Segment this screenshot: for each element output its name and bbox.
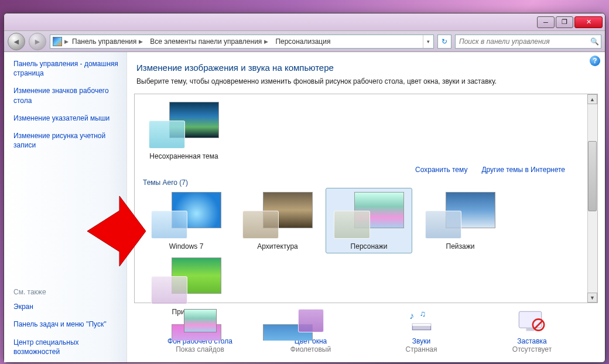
sidebar-link-account-picture[interactable]: Изменение рисунка учетной записи — [13, 131, 121, 150]
page-title: Изменение изображения и звука на компьют… — [136, 63, 596, 73]
sidebar-link-mouse-pointers[interactable]: Изменение указателей мыши — [13, 114, 121, 123]
close-button[interactable]: ✕ — [574, 16, 603, 28]
glass-thumb — [151, 211, 187, 239]
scroll-down[interactable]: ▼ — [587, 293, 597, 303]
theme-label: Архитектура — [236, 242, 319, 250]
chevron-right-icon: ▶ — [64, 39, 69, 44]
personalization-window: ─ ❐ ✕ ◄ ► ▶ Панель управления ▶ Все элем… — [4, 13, 605, 363]
sidebar-link-home[interactable]: Панель управления - домашняя страница — [13, 59, 121, 78]
glass-thumb — [334, 211, 370, 239]
more-themes-online-link[interactable]: Другие темы в Интернете — [481, 166, 565, 174]
titlebar: ─ ❐ ✕ — [4, 13, 605, 31]
back-button[interactable]: ◄ — [8, 33, 25, 50]
sidebar-link-desktop-icons[interactable]: Изменение значков рабочего стола — [13, 86, 121, 105]
search-box[interactable]: 🔍 — [455, 35, 601, 49]
sidebar: Панель управления - домашняя страница Из… — [4, 52, 127, 362]
theme-Windows 7[interactable]: Windows 7 — [143, 188, 230, 253]
theme-Архитектура[interactable]: Архитектура — [234, 188, 321, 253]
breadcrumb[interactable]: Персонализация — [272, 35, 334, 48]
minimize-button[interactable]: ─ — [537, 16, 555, 28]
aero-section-header: Темы Aero (7) — [143, 178, 581, 187]
glass-thumb — [151, 276, 187, 304]
glass-thumb — [425, 211, 461, 239]
scrollbar[interactable]: ▲ ▼ — [587, 94, 597, 303]
nav-row: ◄ ► ▶ Панель управления ▶ Все элементы п… — [4, 31, 605, 52]
forward-button[interactable]: ► — [29, 33, 46, 50]
address-bar[interactable]: ▶ Панель управления ▶ Все элементы панел… — [50, 35, 434, 49]
themes-list: Несохраненная тема Сохранить тему Другие… — [134, 94, 598, 303]
screensaver-icon — [514, 309, 551, 335]
theme-Пейзажи[interactable]: Пейзажи — [417, 188, 504, 253]
theme-label: Windows 7 — [145, 242, 228, 250]
search-input[interactable] — [456, 37, 588, 46]
window-color-icon — [292, 309, 330, 335]
scroll-up[interactable]: ▲ — [587, 94, 597, 104]
theme-Персонажи[interactable]: Персонажи — [326, 188, 412, 253]
glass-thumb — [242, 211, 279, 239]
theme-unsaved[interactable]: Несохраненная тема — [141, 98, 227, 163]
breadcrumb[interactable]: Панель управления ▶ — [69, 35, 146, 48]
setting-value: Фиолетовый — [264, 345, 358, 353]
glass-thumb — [149, 121, 185, 149]
see-also-header: См. также — [13, 288, 121, 296]
svg-text:♫: ♫ — [419, 309, 426, 318]
help-icon[interactable]: ? — [590, 56, 600, 66]
save-theme-link[interactable]: Сохранить тему — [415, 166, 467, 174]
svg-text:♪: ♪ — [409, 311, 414, 321]
refresh-button[interactable]: ↻ — [437, 35, 451, 49]
theme-label: Несохраненная тема — [142, 152, 225, 160]
sidebar-top: Панель управления - домашняя страница Из… — [13, 59, 121, 158]
theme-label: Персонажи — [327, 242, 410, 250]
scroll-thumb[interactable] — [588, 141, 597, 211]
address-dropdown[interactable]: ▾ — [423, 35, 433, 48]
see-also-taskbar[interactable]: Панель задач и меню ''Пуск'' — [13, 320, 121, 329]
maximize-button[interactable]: ❐ — [556, 16, 573, 28]
see-also-display[interactable]: Экран — [13, 302, 121, 311]
control-panel-icon — [53, 37, 62, 46]
setting-value: Странная — [375, 345, 468, 353]
main-panel: ? Изменение изображения и звука на компь… — [127, 52, 605, 362]
see-also-ease-of-access[interactable]: Центр специальных возможностей — [13, 338, 121, 356]
theme-label: Пейзажи — [419, 242, 502, 250]
breadcrumb[interactable]: Все элементы панели управления ▶ — [146, 35, 272, 48]
page-subtitle: Выберите тему, чтобы одновременно измени… — [136, 77, 596, 85]
svg-rect-3 — [412, 324, 431, 326]
sounds-icon: ♪♫ — [403, 309, 440, 335]
aero-themes-row: Windows 7 Архитектура Персонажи Пейзажи — [141, 188, 581, 319]
search-icon: 🔍 — [588, 37, 601, 46]
desktop-bg-icon — [182, 309, 219, 335]
setting-value: Отсутствует — [485, 345, 579, 353]
setting-value: Показ слайдов — [153, 345, 247, 353]
sidebar-see-also: См. также Экран Панель задач и меню ''Пу… — [13, 288, 121, 356]
